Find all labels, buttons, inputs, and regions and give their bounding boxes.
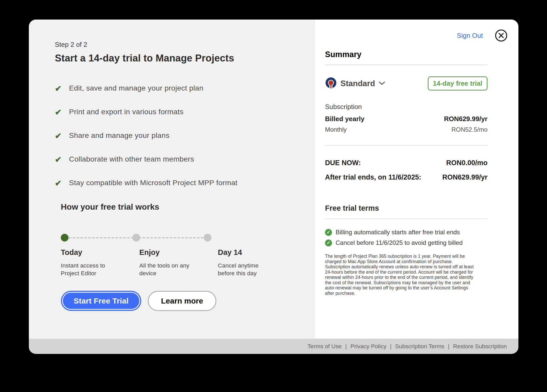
- free-trial-dialog: Step 2 of 2 Start a 14-day trial to Mana…: [29, 20, 518, 354]
- feature-item: ✔ Share and manage your plans: [55, 131, 302, 141]
- privacy-policy-link[interactable]: Privacy Policy: [350, 343, 386, 350]
- feature-list: ✔ Edit, save and manage your project pla…: [55, 84, 302, 188]
- milestone-today: Today Instant access to Project Editor: [61, 248, 139, 278]
- feature-item: ✔ Edit, save and manage your project pla…: [55, 84, 302, 93]
- timeline-dot-today: [61, 234, 69, 242]
- trial-badge: 14-day free trial: [428, 76, 488, 91]
- check-circle-icon: ✓: [325, 229, 332, 236]
- milestone-desc: Instant access to Project Editor: [61, 262, 116, 278]
- legal-text: The length of Project Plan 365 subscript…: [325, 254, 477, 296]
- billed-yearly-row: Billed yearly RON629.99/yr: [325, 115, 488, 123]
- billed-yearly-value: RON629.99/yr: [444, 115, 488, 123]
- milestone-label: Day 14: [218, 248, 302, 257]
- subscription-label: Subscription: [325, 103, 488, 111]
- due-now-value: RON0.00/mo: [446, 159, 488, 167]
- project-plan-365-logo: [325, 77, 337, 90]
- learn-more-button[interactable]: Learn more: [148, 291, 216, 311]
- close-button[interactable]: [495, 29, 508, 42]
- after-trial-row: After trial ends, on 11/6/2025: RON629.9…: [325, 173, 488, 181]
- free-trial-terms-list: ✓ Billing automatically starts after fre…: [325, 229, 488, 246]
- term-text: Cancel before 11/6/2025 to avoid getting…: [336, 239, 463, 246]
- term-item: ✓ Billing automatically starts after fre…: [325, 229, 488, 236]
- monthly-row: Monthly RON52.5/mo: [325, 126, 488, 133]
- feature-text: Edit, save and manage your project plan: [69, 84, 203, 92]
- check-icon: ✔: [55, 155, 63, 164]
- timeline-milestones: Today Instant access to Project Editor E…: [61, 248, 302, 278]
- plan-name: Standard: [340, 79, 375, 88]
- feature-text: Print and export in various formats: [69, 108, 184, 116]
- monthly-label: Monthly: [325, 126, 347, 133]
- sign-out-link[interactable]: Sign Out: [457, 32, 483, 40]
- check-icon: ✔: [55, 179, 63, 188]
- summary-divider: [325, 145, 488, 146]
- trial-works-heading: How your free trial works: [61, 202, 302, 212]
- milestone-day14: Day 14 Cancel anytime before this day: [218, 248, 302, 278]
- feature-item: ✔ Collaborate with other team members: [55, 155, 302, 164]
- restore-subscription-link[interactable]: Restore Subscription: [453, 343, 507, 350]
- timeline-dot-enjoy: [132, 234, 140, 242]
- footer-separator: |: [390, 343, 392, 350]
- check-icon: ✔: [55, 108, 63, 117]
- plan-row: Standard 14-day free trial: [325, 76, 488, 91]
- due-now-label: DUE NOW:: [325, 159, 361, 167]
- plan-dropdown[interactable]: Standard: [325, 77, 385, 90]
- trial-works-section: How your free trial works Today Instant …: [61, 202, 302, 311]
- due-now-row: DUE NOW: RON0.00/mo: [325, 159, 488, 167]
- dialog-main: Step 2 of 2 Start a 14-day trial to Mana…: [29, 20, 518, 339]
- feature-text: Share and manage your plans: [69, 131, 169, 140]
- check-icon: ✔: [55, 84, 63, 93]
- footer-separator: |: [345, 343, 347, 350]
- summary-heading: Summary: [325, 50, 488, 65]
- milestone-desc: All the tools on any device: [139, 262, 195, 278]
- footer-bar: Terms of Use | Privacy Policy | Subscrip…: [29, 339, 518, 354]
- chevron-down-icon: [379, 81, 385, 86]
- after-trial-value: RON629.99/yr: [442, 173, 488, 181]
- cta-row: Start Free Trial Learn more: [62, 291, 302, 311]
- summary-panel: Sign Out Summary: [315, 20, 518, 339]
- billed-yearly-label: Billed yearly: [325, 115, 364, 123]
- subscription-terms-link[interactable]: Subscription Terms: [395, 343, 444, 350]
- feature-item: ✔ Print and export in various formats: [55, 108, 302, 117]
- start-free-trial-button[interactable]: Start Free Trial: [62, 292, 140, 310]
- after-trial-label: After trial ends, on 11/6/2025:: [325, 173, 421, 181]
- footer-separator: |: [448, 343, 449, 350]
- free-trial-terms-heading: Free trial terms: [325, 204, 488, 219]
- close-icon: [495, 39, 508, 43]
- milestone-desc: Cancel anytime before this day: [218, 262, 273, 278]
- milestone-enjoy: Enjoy All the tools on any device: [139, 248, 218, 278]
- step-indicator: Step 2 of 2: [55, 41, 302, 49]
- milestone-label: Enjoy: [139, 248, 218, 257]
- feature-item: ✔ Stay compatible with Microsoft Project…: [55, 179, 302, 188]
- trial-timeline: [61, 234, 211, 242]
- milestone-label: Today: [61, 248, 139, 257]
- monthly-value: RON52.5/mo: [451, 126, 488, 133]
- feature-text: Collaborate with other team members: [69, 155, 194, 163]
- check-circle-icon: ✓: [325, 239, 332, 246]
- feature-text: Stay compatible with Microsoft Project M…: [69, 179, 237, 187]
- timeline-dot-day14: [204, 234, 211, 242]
- term-item: ✓ Cancel before 11/6/2025 to avoid getti…: [325, 239, 488, 246]
- terms-of-use-link[interactable]: Terms of Use: [307, 343, 342, 350]
- check-icon: ✔: [55, 131, 63, 141]
- page-title: Start a 14-day trial to Manage Projects: [55, 53, 302, 64]
- term-text: Billing automatically starts after free …: [336, 229, 460, 236]
- trial-pitch-panel: Step 2 of 2 Start a 14-day trial to Mana…: [29, 20, 315, 339]
